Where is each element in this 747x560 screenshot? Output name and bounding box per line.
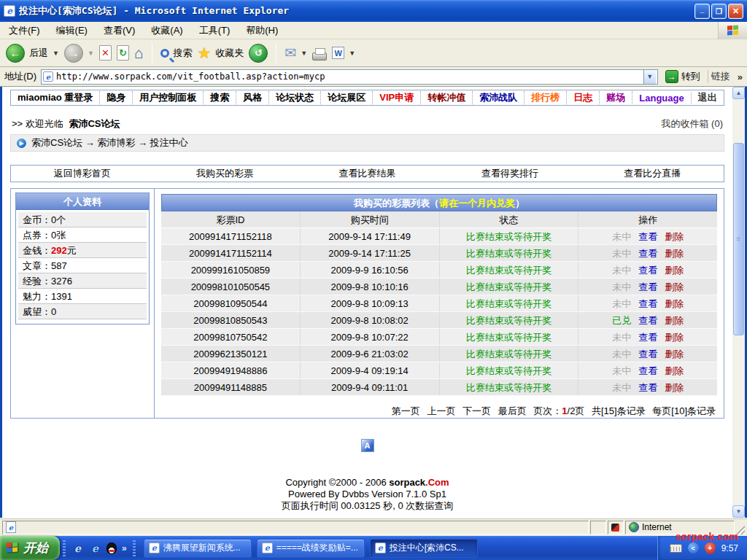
delete-link[interactable]: 删除 (665, 245, 684, 261)
delete-link[interactable]: 删除 (665, 329, 684, 345)
input-method-icon[interactable]: < (688, 542, 699, 553)
taskband-handle[interactable] (133, 540, 136, 556)
view-link[interactable]: 查看 (638, 245, 657, 261)
ticket-result: 未中 (612, 379, 631, 395)
menu-item[interactable]: 文件(F) (9, 24, 40, 37)
menu-item[interactable]: 查看(V) (104, 24, 135, 37)
prev-page-link[interactable]: 上一页 (427, 405, 455, 416)
antivirus-shield-icon[interactable]: + (705, 542, 716, 554)
view-link[interactable]: 查看 (638, 279, 657, 295)
quick-launch-handle[interactable] (63, 540, 66, 556)
view-link[interactable]: 查看 (638, 379, 657, 395)
go-button[interactable]: → 转到 (662, 70, 703, 83)
menu-item[interactable]: 编辑(E) (56, 24, 88, 37)
table-row: 20099621350121 2009-9-6 21:03:02 比赛结束或等待… (161, 346, 717, 362)
forum-nav-link[interactable]: 退出 (692, 91, 724, 104)
view-link[interactable]: 查看 (638, 329, 657, 345)
betting-tab[interactable]: 我购买的彩票 (153, 167, 295, 180)
ticket-status: 比赛结束或等待开奖 (440, 379, 579, 395)
view-link[interactable]: 查看 (638, 262, 657, 278)
last-page-link[interactable]: 最后页 (498, 405, 527, 416)
forum-nav-link[interactable]: 隐身 (100, 91, 133, 104)
view-link[interactable]: 查看 (638, 228, 657, 244)
menu-item[interactable]: 收藏(A) (151, 24, 182, 37)
favorites-button[interactable]: ★ 收藏夹 (198, 45, 244, 61)
mail-dropdown-icon[interactable]: ▼ (301, 50, 307, 57)
forward-button[interactable]: ▼ (64, 44, 94, 63)
breadcrumb-path[interactable]: 索沛CS论坛 → 索沛博彩 → 投注中心 (31, 136, 188, 149)
browser-quicklaunch-icon[interactable]: e (89, 542, 101, 554)
qq-penguin-icon[interactable] (107, 542, 117, 554)
ie-quicklaunch-icon[interactable]: e (71, 542, 84, 554)
delete-link[interactable]: 删除 (665, 228, 684, 244)
minimize-button[interactable] (694, 4, 710, 19)
search-button[interactable]: 搜索 (160, 47, 193, 60)
scroll-up-icon[interactable]: ▲ (732, 87, 745, 99)
stop-button[interactable]: ✕ (99, 45, 112, 61)
menu-item[interactable]: 工具(T) (199, 24, 231, 37)
first-page-link[interactable]: 第一页 (392, 405, 420, 416)
forum-nav-link[interactable]: 日志 (567, 91, 600, 104)
links-chevron-icon[interactable]: » (738, 71, 743, 82)
view-link[interactable]: 查看 (638, 312, 657, 328)
back-dropdown-icon[interactable]: ▼ (53, 50, 59, 57)
vertical-scrollbar[interactable]: ▲ ▼ (732, 87, 745, 518)
task-button[interactable]: e =====战绩奖励贴=... (257, 539, 365, 558)
forum-nav-link[interactable]: 论坛展区 (321, 91, 373, 104)
scrollbar-thumb[interactable] (733, 143, 744, 335)
quicklaunch-overflow-chevron[interactable]: » (122, 543, 127, 553)
clock[interactable]: 9:57 (721, 543, 738, 553)
delete-link[interactable]: 删除 (665, 279, 684, 295)
view-link[interactable]: 查看 (638, 346, 657, 362)
mail-button[interactable]: ✉ ▼ (285, 46, 307, 60)
close-button[interactable] (728, 4, 743, 19)
forum-nav-link[interactable]: 排行榜 (525, 91, 567, 104)
footer-logo-icon[interactable]: A (361, 439, 374, 452)
history-button[interactable] (249, 44, 268, 63)
start-button[interactable]: 开始 (0, 536, 60, 560)
back-button[interactable]: 后退 ▼ (6, 44, 59, 63)
forum-nav-link[interactable]: 索沛战队 (473, 91, 525, 104)
forum-nav-link[interactable]: 论坛状态 (269, 91, 321, 104)
table-row: 2009914171152118 2009-9-14 17:11:49 比赛结束… (161, 228, 717, 245)
delete-link[interactable]: 删除 (665, 346, 684, 362)
next-page-link[interactable]: 下一页 (462, 405, 491, 416)
lottery-table-area: 我购买的彩票列表（请在一个月内兑奖） 彩票ID购买时间状态操作 20099141… (155, 189, 724, 418)
refresh-button[interactable]: ↻ (117, 45, 129, 61)
forum-nav-link[interactable]: miaomiao 重登录 (11, 91, 100, 104)
scroll-down-icon[interactable]: ▼ (732, 505, 745, 518)
forum-nav-link[interactable]: 赌场 (600, 91, 632, 104)
menu-item[interactable]: 帮助(H) (246, 24, 278, 37)
betting-tab[interactable]: 查看比分直播 (581, 167, 724, 180)
forum-nav-link[interactable]: Language (632, 93, 691, 104)
word-dropdown-icon[interactable]: ▼ (349, 50, 355, 57)
betting-tab[interactable]: 返回博彩首页 (11, 167, 153, 180)
task-button[interactable]: e 沸腾展望新闻系统... (144, 539, 252, 558)
links-label[interactable]: 链接 (708, 70, 733, 83)
forum-nav-link[interactable]: 转帐冲值 (421, 91, 473, 104)
address-dropdown-icon[interactable]: ▼ (643, 70, 656, 84)
home-button[interactable]: ⌂ (134, 45, 144, 61)
task-buttons: e 沸腾展望新闻系统... e =====战绩奖励贴=... e 投注中心[索沛… (139, 539, 478, 558)
edit-with-word-button[interactable]: W ▼ (332, 47, 355, 59)
address-input[interactable]: e http://www.sorpack.com/vit_football.as… (41, 69, 658, 85)
delete-link[interactable]: 删除 (665, 312, 684, 328)
print-button[interactable] (312, 52, 327, 61)
betting-tab[interactable]: 查看比赛结果 (296, 167, 438, 180)
betting-tab[interactable]: 查看得奖排行 (438, 167, 581, 180)
delete-link[interactable]: 删除 (665, 379, 684, 395)
task-button[interactable]: e 投注中心[索沛CS... (370, 539, 478, 558)
delete-link[interactable]: 删除 (665, 362, 684, 378)
view-link[interactable]: 查看 (638, 295, 657, 311)
forum-nav-link[interactable]: VIP申请 (373, 91, 421, 104)
forum-nav-link[interactable]: 用户控制面板 (133, 91, 204, 104)
delete-link[interactable]: 删除 (665, 262, 684, 278)
forum-nav-link[interactable]: 搜索 (204, 91, 236, 104)
keyboard-layout-icon[interactable] (670, 544, 682, 553)
profile-value: 587 (51, 260, 67, 271)
forum-nav-link[interactable]: 风格 (236, 91, 269, 104)
maximize-button[interactable] (711, 4, 727, 19)
delete-link[interactable]: 删除 (665, 295, 684, 311)
inbox-link[interactable]: 我的收件箱 (0) (662, 117, 724, 131)
view-link[interactable]: 查看 (638, 362, 657, 378)
